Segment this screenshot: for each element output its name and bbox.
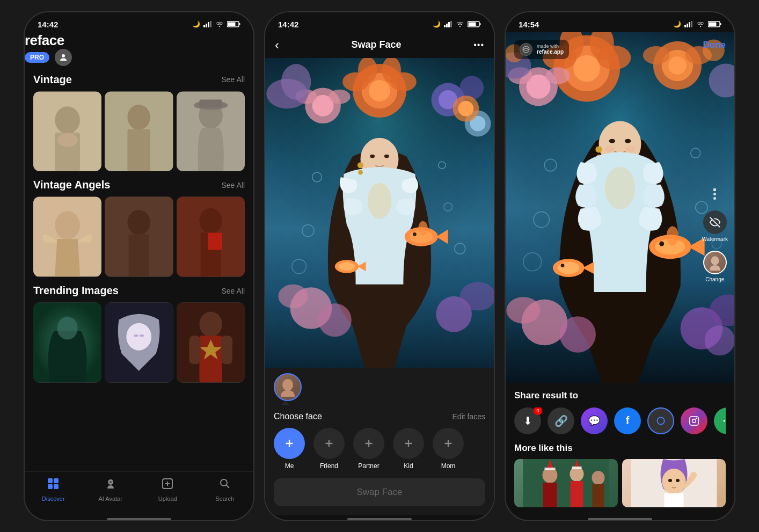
svg-rect-44	[54, 484, 59, 489]
svg-rect-5	[239, 23, 240, 25]
instagram-button[interactable]	[681, 407, 707, 434]
svg-rect-40	[221, 336, 232, 364]
time-2: 14:42	[278, 20, 298, 29]
link-icon: 🔗	[554, 414, 568, 427]
more-share-button[interactable]	[714, 407, 726, 434]
nav-ai-avatar[interactable]: AI Avatar	[82, 477, 140, 502]
more-options-button[interactable]: •••	[473, 40, 484, 50]
watermark-icon-btn[interactable]	[703, 210, 727, 234]
watermark-text: made with reface.app	[537, 43, 564, 55]
link-button[interactable]: 🔗	[548, 407, 574, 434]
signal-icon-3	[684, 21, 693, 27]
home-indicator-1	[107, 518, 171, 520]
svg-rect-117	[691, 21, 692, 27]
svg-point-22	[128, 210, 150, 235]
battery-icon-1	[227, 21, 240, 27]
edit-faces-label[interactable]: Edit faces	[453, 412, 485, 421]
back-button[interactable]: ‹	[275, 38, 279, 53]
angels-img-3[interactable]	[177, 196, 245, 277]
download-button[interactable]: ⬇ 0	[514, 407, 541, 434]
svg-rect-115	[687, 24, 688, 27]
svg-point-83	[368, 183, 391, 219]
more-options-side[interactable]	[713, 188, 716, 200]
svg-point-193	[676, 479, 680, 482]
repost-icon	[655, 416, 666, 426]
svg-point-153	[667, 226, 679, 245]
svg-point-36	[199, 312, 222, 337]
angels-see-all[interactable]: See All	[221, 181, 245, 190]
time-1: 14:42	[38, 20, 58, 29]
face-kid-btn[interactable]	[393, 428, 424, 459]
svg-point-20	[55, 211, 80, 239]
angels-img-1[interactable]	[33, 196, 101, 277]
face-me-btn[interactable]	[274, 428, 305, 459]
svg-point-146	[625, 145, 635, 151]
more-img-2[interactable]	[622, 459, 726, 507]
more-img-1[interactable]	[514, 459, 618, 507]
trending-img-1[interactable]	[33, 302, 101, 383]
svg-point-32	[127, 323, 152, 351]
svg-rect-55	[450, 21, 452, 27]
svg-rect-18	[199, 99, 222, 107]
trending-img-2[interactable]	[105, 302, 173, 383]
christmas-family-img	[514, 459, 618, 507]
home-indicator-3	[588, 518, 652, 520]
face-mom-btn[interactable]	[433, 428, 464, 459]
facebook-button[interactable]: f	[614, 407, 641, 434]
vintage-img-1[interactable]	[33, 91, 101, 172]
repost-button[interactable]	[647, 407, 674, 434]
svg-rect-120	[709, 23, 717, 26]
face-option-kid[interactable]: Kid	[393, 428, 424, 470]
selected-face-avatar[interactable]	[274, 373, 302, 401]
face-partner-btn[interactable]	[353, 428, 384, 459]
trending-see-all[interactable]: See All	[221, 287, 245, 295]
moon-icon-1: 🌙	[192, 20, 200, 28]
svg-point-103	[282, 379, 293, 391]
face-kid-label: Kid	[404, 462, 413, 470]
pro-badge[interactable]: PRO	[25, 52, 49, 63]
app-logo: reface	[25, 32, 64, 48]
swap-face-button[interactable]: Swap Face	[274, 478, 485, 506]
nav-search[interactable]: Search	[196, 477, 254, 502]
svg-point-99	[278, 284, 308, 308]
search-label: Search	[215, 495, 234, 502]
vintage-see-all[interactable]: See All	[221, 75, 245, 84]
change-face-action[interactable]: Change	[703, 251, 727, 282]
reface-watermark: made with reface.app	[514, 40, 569, 59]
svg-point-7	[62, 54, 65, 57]
face-option-me[interactable]: Me	[274, 428, 305, 470]
svg-point-175	[724, 420, 725, 421]
vintage-img-2[interactable]	[105, 91, 173, 172]
download-icon: ⬇	[523, 414, 532, 427]
face-option-partner[interactable]: Partner	[353, 428, 384, 470]
done-button[interactable]: Done	[703, 40, 726, 50]
face-friend-btn[interactable]	[313, 428, 345, 459]
svg-rect-119	[720, 23, 721, 25]
messenger-button[interactable]: 💬	[581, 407, 608, 434]
svg-rect-57	[480, 23, 481, 25]
nav-discover[interactable]: Discover	[25, 477, 82, 502]
svg-point-65	[358, 58, 377, 83]
angels-img-2[interactable]	[105, 196, 173, 277]
wifi-icon-2	[456, 21, 464, 27]
watermark-toggle[interactable]: Watermark	[702, 210, 728, 242]
vintage-img-3[interactable]	[177, 91, 245, 172]
choose-face-header: Choose face Edit faces	[274, 412, 485, 421]
svg-point-13	[128, 105, 150, 130]
result-bottom-panel: Share result to ⬇ 0 🔗 💬 f	[506, 383, 734, 515]
nav-upload[interactable]: Upload	[139, 477, 196, 502]
svg-rect-23	[129, 235, 149, 277]
face-me-label: Me	[285, 462, 294, 470]
user-avatar-icon[interactable]	[55, 49, 72, 66]
upload-icon	[161, 477, 174, 493]
face-option-friend[interactable]: Friend	[313, 428, 345, 470]
trending-img-3[interactable]	[177, 302, 245, 383]
face-option-mom[interactable]: Mom	[433, 428, 464, 470]
phone-screen-3: 14:54 🌙	[505, 11, 735, 521]
svg-point-30	[57, 317, 78, 339]
notification-dot: 0	[534, 407, 542, 415]
choose-face-label: Choose face	[274, 412, 322, 421]
svg-rect-0	[203, 25, 205, 27]
svg-rect-114	[684, 25, 686, 27]
change-face-avatar[interactable]	[703, 251, 727, 274]
